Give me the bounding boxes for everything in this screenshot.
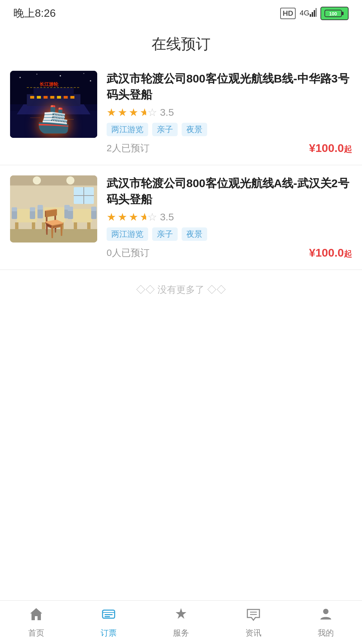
card-body-listing-1: 武汉市轮渡公司800客位观光航线B线-中华路3号码头登船★★★★☆3.5两江游览… [97, 71, 352, 155]
bottom-nav: 首页 订票 服务 资讯 [0, 600, 362, 644]
tag-亲子: 亲子 [152, 123, 178, 136]
star-full: ★ [107, 211, 116, 223]
signal-icon: 4G [300, 7, 316, 19]
svg-rect-17 [57, 96, 61, 99]
nav-item-news[interactable]: 资讯 [217, 607, 290, 638]
star-full: ★ [129, 106, 138, 119]
end-message: ◇◇ 没有更多了 ◇◇ [0, 270, 362, 310]
nav-label-home: 首页 [28, 628, 44, 638]
svg-rect-6 [342, 12, 344, 15]
star-full: ★ [107, 106, 116, 119]
svg-rect-40 [30, 211, 35, 219]
nav-label-tickets: 订票 [101, 628, 117, 638]
nav-item-home[interactable]: 首页 [0, 607, 72, 638]
svg-rect-4 [316, 8, 316, 17]
battery-icon: 100 [320, 7, 349, 20]
card-tags-listing-1: 两江游览亲子夜景 [107, 123, 352, 136]
svg-point-57 [66, 176, 74, 184]
card-title-listing-1: 武汉市轮渡公司800客位观光航线B线-中华路3号码头登船 [107, 71, 352, 103]
nav-label-news: 资讯 [245, 628, 261, 638]
svg-point-69 [323, 609, 328, 614]
hd-icon: HD [280, 8, 296, 19]
svg-rect-18 [64, 96, 68, 99]
svg-rect-50 [74, 222, 77, 229]
home-icon [29, 607, 44, 625]
card-image-listing-1: 长江游轮 [10, 71, 97, 138]
svg-rect-16 [50, 96, 54, 99]
tag-两江游览: 两江游览 [107, 123, 148, 136]
price-suffix: 起 [344, 145, 352, 154]
svg-point-56 [33, 176, 41, 184]
svg-rect-54 [91, 210, 97, 219]
card-listing-2[interactable]: 武汉市轮渡公司800客位观光航线A线-武汉关2号码头登船★★★★☆3.5两江游览… [0, 165, 362, 270]
price-label: ¥100.0起 [309, 246, 352, 259]
svg-text:长江游轮: 长江游轮 [40, 82, 59, 87]
star-full: ★ [118, 106, 127, 119]
card-listing-1[interactable]: 长江游轮 武汉市轮渡公司800客位观光航线B线-中华路3号码头登船★★★★☆3.… [0, 61, 362, 165]
svg-rect-20 [34, 88, 74, 96]
svg-rect-51 [87, 222, 90, 229]
svg-rect-13 [30, 96, 34, 99]
svg-rect-42 [44, 207, 65, 222]
rating-number: 3.5 [160, 211, 174, 223]
svg-rect-44 [60, 222, 64, 229]
svg-rect-15 [44, 96, 48, 99]
card-footer-listing-1: 2人已预订¥100.0起 [107, 142, 352, 155]
svg-rect-63 [105, 614, 113, 615]
svg-rect-19 [70, 96, 74, 99]
svg-rect-64 [105, 616, 110, 617]
svg-rect-37 [32, 222, 35, 229]
card-body-listing-2: 武汉市轮渡公司800客位观光航线A线-武汉关2号码头登船★★★★☆3.5两江游览… [97, 175, 352, 259]
card-rating-listing-2: ★★★★☆3.5 [107, 211, 352, 223]
status-bar: 晚上8:26 HD 4G 100 [0, 0, 362, 24]
card-rating-listing-1: ★★★★☆3.5 [107, 106, 352, 119]
status-icons: HD 4G 100 [280, 7, 349, 20]
svg-rect-32 [10, 175, 97, 185]
star-half: ★ [140, 106, 146, 119]
tag-两江游览: 两江游览 [107, 227, 148, 241]
price-suffix: 起 [344, 249, 352, 258]
svg-rect-43 [42, 222, 45, 229]
nav-label-services: 服务 [173, 628, 189, 638]
svg-point-23 [37, 74, 38, 75]
svg-rect-3 [314, 10, 315, 17]
nav-item-mine[interactable]: 我的 [290, 607, 362, 638]
price-label: ¥100.0起 [309, 142, 352, 155]
tickets-icon [101, 607, 116, 625]
star-empty: ☆ [147, 211, 157, 223]
booked-count: 0人已预订 [107, 247, 149, 259]
svg-point-25 [83, 73, 84, 74]
svg-text:4G: 4G [300, 9, 309, 17]
tag-夜景: 夜景 [182, 123, 207, 136]
svg-rect-47 [64, 209, 70, 218]
page-title: 在线预订 [0, 24, 362, 61]
svg-rect-36 [15, 222, 18, 229]
svg-rect-33 [10, 229, 97, 243]
tag-亲子: 亲子 [152, 227, 178, 241]
tag-夜景: 夜景 [182, 227, 207, 241]
svg-rect-41 [30, 207, 35, 211]
svg-rect-2 [312, 12, 313, 17]
nav-item-services[interactable]: 服务 [145, 607, 217, 638]
svg-rect-46 [38, 205, 43, 210]
card-image-listing-2 [10, 175, 97, 243]
svg-rect-55 [91, 207, 97, 211]
card-title-listing-2: 武汉市轮渡公司800客位观光航线A线-武汉关2号码头登船 [107, 175, 352, 207]
star-full: ★ [118, 211, 127, 223]
card-tags-listing-2: 两江游览亲子夜景 [107, 227, 352, 241]
svg-rect-45 [38, 209, 43, 218]
card-footer-listing-2: 0人已预订¥100.0起 [107, 246, 352, 259]
rating-number: 3.5 [160, 107, 174, 118]
svg-point-22 [19, 77, 21, 78]
svg-rect-39 [12, 207, 17, 211]
nav-item-tickets[interactable]: 订票 [72, 607, 145, 638]
svg-point-26 [90, 80, 91, 82]
status-time: 晚上8:26 [13, 6, 56, 21]
svg-rect-11 [10, 111, 97, 138]
services-icon [174, 607, 188, 625]
svg-point-24 [60, 75, 61, 76]
news-icon [246, 607, 261, 625]
star-empty: ☆ [147, 106, 157, 119]
star-half: ★ [140, 211, 146, 223]
booked-count: 2人已预订 [107, 142, 149, 155]
